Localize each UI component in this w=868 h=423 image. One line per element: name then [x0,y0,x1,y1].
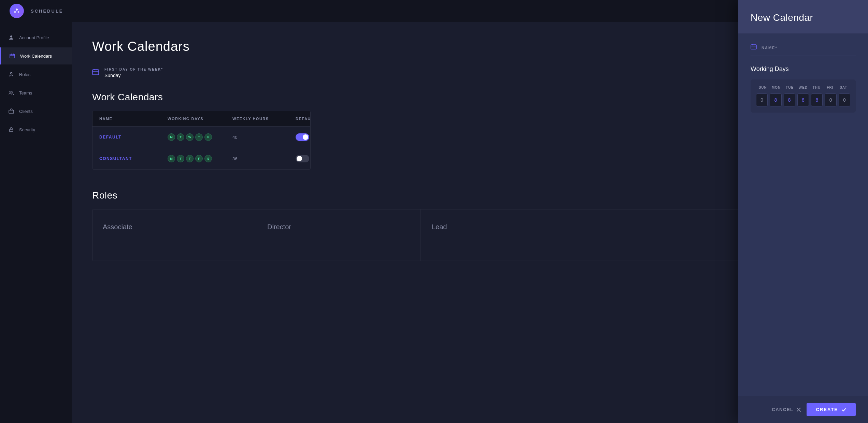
security-icon [8,127,14,133]
row-hours-consultant: 36 [226,148,289,169]
day-header-wed: WED [796,86,810,89]
day-chip-t1[interactable]: T [177,133,184,141]
day-chip-cs[interactable]: S [204,155,212,162]
teams-icon [8,90,14,96]
calendar-icon [9,53,15,59]
day-chip-t2[interactable]: T [195,133,203,141]
toggle-consultant[interactable] [296,155,309,162]
col-header-weekly-hours: Weekly Hours [226,111,289,126]
first-day-calendar-icon [92,69,99,77]
sidebar: Account Profile Work Calendars Roles [0,22,72,423]
roles-icon [8,71,14,77]
col-header-default: Default [289,111,311,126]
day-input-sat[interactable]: 0 [839,93,850,106]
sidebar-label-clients: Clients [19,109,33,114]
modal-title: New Calendar [751,22,856,23]
svg-point-0 [16,9,18,11]
sidebar-item-security[interactable]: Security [0,121,72,138]
sidebar-label-account-profile: Account Profile [19,35,49,40]
modal-header: New Calendar [738,22,868,33]
row-hours-default: 40 [226,127,289,148]
sidebar-item-account-profile[interactable]: Account Profile [0,29,72,46]
row-name-default[interactable]: DEFAULT [93,127,161,148]
svg-point-1 [14,11,16,13]
row-default-toggle-default [289,127,311,148]
days-grid: SUN MON TUE WED THU FRI SAT 0 8 8 8 8 0 … [751,79,856,113]
day-input-thu[interactable]: 8 [811,93,823,106]
modal-name-label: NAME* [762,46,778,50]
sidebar-label-teams: Teams [19,90,32,96]
app-title: SCHEDULE [31,9,63,14]
day-input-wed[interactable]: 8 [797,93,809,106]
day-chips-consultant: M T T F S [168,155,212,162]
svg-rect-6 [10,54,15,58]
day-input-tue[interactable]: 8 [784,93,795,106]
modal-name-field: NAME* [751,44,856,56]
new-calendar-modal: New Calendar NAME* Working Days SUN MON … [738,22,868,423]
day-chip-ct1[interactable]: T [177,155,184,162]
topbar-left: SCHEDULE [10,4,63,18]
modal-footer: CANCEL CREATE [738,396,868,423]
day-header-fri: FRI [823,86,837,89]
svg-rect-13 [751,45,756,49]
svg-rect-10 [9,110,14,113]
table-row: DEFAULT M T W T F 40 [93,127,310,148]
role-name-lead: Lead [432,223,447,231]
day-chip-f[interactable]: F [204,133,212,141]
sidebar-label-work-calendars: Work Calendars [20,54,52,59]
row-working-days-consultant: M T T F S [161,148,226,169]
role-card-director[interactable]: Director [257,209,421,261]
sidebar-item-clients[interactable]: Clients [0,103,72,120]
sidebar-item-work-calendars[interactable]: Work Calendars [0,47,72,64]
svg-rect-11 [10,129,13,132]
days-inputs: 0 8 8 8 8 0 0 [756,93,850,106]
toggle-knob-consultant [297,156,302,161]
sidebar-item-roles[interactable]: Roles [0,66,72,83]
toggle-knob-default [303,134,308,140]
section-title-roles: Roles [92,190,848,201]
section-title-calendars: Work Calendars [92,92,848,103]
day-chip-w[interactable]: W [186,133,194,141]
days-header: SUN MON TUE WED THU FRI SAT [756,86,850,89]
main-layout: Account Profile Work Calendars Roles [0,22,868,423]
day-input-mon[interactable]: 8 [770,93,781,106]
row-working-days-default: M T W T F [161,127,226,148]
day-chip-m[interactable]: M [168,133,175,141]
day-header-mon: MON [769,86,783,89]
row-default-toggle-consultant [289,148,311,169]
day-header-sat: SAT [837,86,850,89]
day-chip-cm[interactable]: M [168,155,175,162]
svg-point-8 [10,91,11,92]
modal-calendar-icon [751,44,757,52]
toggle-default[interactable] [296,133,309,141]
app-logo[interactable] [10,4,24,18]
svg-rect-12 [93,70,99,75]
role-card-lead[interactable]: Lead [422,209,585,261]
cancel-button[interactable]: CANCEL [772,407,801,412]
col-header-name: Name [93,111,161,126]
topbar: SCHEDULE [0,0,868,22]
sidebar-label-roles: Roles [19,72,30,77]
day-header-tue: TUE [783,86,796,89]
roles-cards: Associate Director Lead [92,209,848,261]
role-name-director: Director [267,223,291,231]
roles-section: Roles Associate Director Lead [92,190,848,261]
weekly-hours-default: 40 [232,135,237,140]
create-button[interactable]: CREATE [807,403,856,416]
first-day-value: Sunday [104,73,163,78]
col-header-working-days: Working Days [161,111,226,126]
user-icon [8,34,14,41]
first-day-info: FIRST DAY OF THE WEEK* Sunday [104,68,163,78]
calendars-table: Name Working Days Weekly Hours Default D… [92,111,311,170]
role-card-associate[interactable]: Associate [93,209,256,261]
day-chip-ct2[interactable]: T [186,155,194,162]
day-chip-cf[interactable]: F [195,155,203,162]
day-input-sun[interactable]: 0 [756,93,768,106]
sidebar-item-teams[interactable]: Teams [0,84,72,101]
day-header-thu: THU [810,86,823,89]
modal-body: NAME* Working Days SUN MON TUE WED THU F… [738,33,868,396]
first-day-label: FIRST DAY OF THE WEEK* [104,68,163,71]
day-input-fri[interactable]: 0 [825,93,836,106]
table-row: CONSULTANT M T T F S 36 [93,148,310,169]
row-name-consultant[interactable]: CONSULTANT [93,148,161,169]
